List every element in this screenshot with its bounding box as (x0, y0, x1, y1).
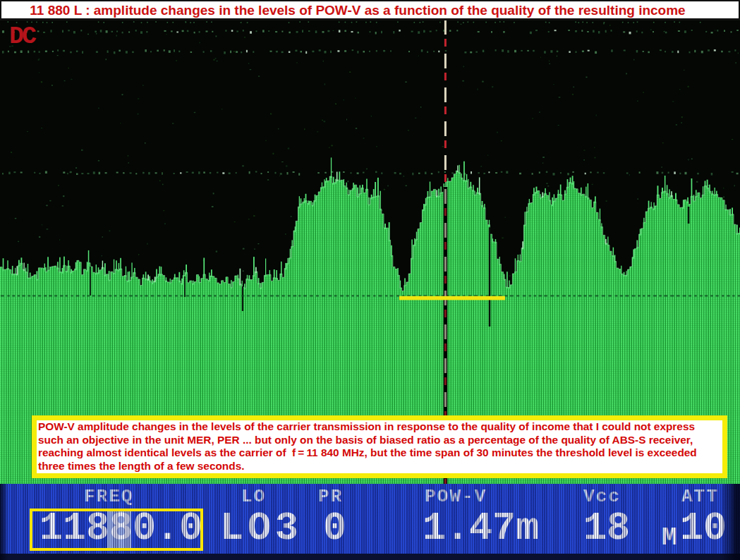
svg-text:DC: DC (9, 23, 37, 51)
